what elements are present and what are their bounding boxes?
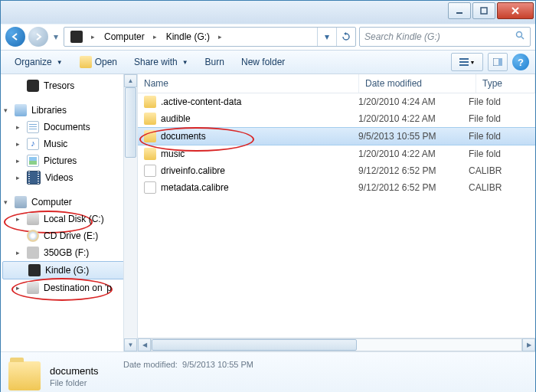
disk-icon	[27, 213, 39, 225]
chevron-right-icon[interactable]: ▸	[215, 33, 225, 41]
close-button[interactable]	[497, 2, 534, 19]
burn-button[interactable]: Burn	[198, 53, 232, 71]
videos-icon	[27, 171, 41, 185]
expand-icon[interactable]: ▸	[16, 157, 20, 165]
chevron-right-icon[interactable]: ▸	[88, 33, 98, 41]
chevron-right-icon[interactable]: ▸	[150, 33, 160, 41]
explorer-window: ▾ ▸ Computer ▸ Kindle (G:) ▸ ▾ Search Ki…	[0, 0, 536, 392]
folder-icon	[80, 56, 92, 68]
scroll-left-icon[interactable]: ◀	[138, 338, 151, 351]
file-type: File fold	[469, 149, 535, 159]
back-button[interactable]	[5, 27, 25, 47]
file-date: 1/20/2010 4:22 AM	[358, 149, 469, 159]
file-row[interactable]: driveinfo.calibre9/12/2012 6:52 PMCALIBR	[138, 162, 535, 179]
column-headers: Name Date modified Type	[138, 74, 535, 93]
pictures-icon	[27, 155, 39, 167]
drive-icon	[27, 247, 39, 259]
scroll-right-icon[interactable]: ▶	[522, 338, 535, 351]
nav-music[interactable]: ▸♪Music	[1, 136, 137, 152]
expand-icon[interactable]: ▸	[16, 140, 20, 148]
nav-local-disk[interactable]: ▸Local Disk (C:)	[1, 211, 137, 227]
horizontal-scrollbar[interactable]: ◀ ▶	[138, 338, 535, 351]
folder-icon	[144, 130, 156, 142]
file-name: metadata.calibre	[161, 182, 229, 193]
preview-pane-button[interactable]	[488, 53, 508, 71]
details-date: Date modified: 9/5/2013 10:55 PM	[123, 360, 253, 369]
nav-scrollbar[interactable]: ▲ ▼	[123, 74, 137, 351]
file-icon	[144, 165, 156, 177]
file-row[interactable]: documents9/5/2013 10:55 PMFile fold	[138, 127, 535, 145]
nav-computer[interactable]: ▾Computer	[1, 194, 137, 211]
dropdown-icon[interactable]: ▾	[317, 28, 336, 46]
file-list-pane: Name Date modified Type .active-content-…	[138, 74, 535, 351]
nav-350gb[interactable]: ▸350GB (F:)	[1, 244, 137, 261]
scroll-thumb[interactable]	[152, 339, 357, 351]
file-row[interactable]: audible1/20/2010 4:22 AMFile fold	[138, 110, 535, 127]
network-icon	[27, 282, 39, 294]
address-bar[interactable]: ▸ Computer ▸ Kindle (G:) ▸ ▾	[64, 27, 356, 47]
expand-icon[interactable]: ▸	[16, 215, 20, 223]
expand-icon[interactable]: ▸	[16, 284, 20, 292]
file-icon	[144, 181, 156, 194]
share-button[interactable]: Share with▼	[126, 53, 196, 71]
file-date: 9/12/2012 6:52 PM	[358, 182, 469, 193]
details-type: File folder	[50, 378, 99, 387]
forward-button[interactable]	[28, 27, 48, 47]
nav-cd-drive[interactable]: CD Drive (E:)	[1, 227, 137, 244]
nav-destination[interactable]: ▸Destination on 'p	[1, 279, 137, 296]
column-date[interactable]: Date modified	[359, 74, 476, 93]
file-type: CALIBR	[469, 165, 535, 176]
file-name: .active-content-data	[161, 96, 241, 107]
computer-icon	[15, 196, 27, 208]
file-type: File fold	[469, 113, 535, 124]
nav-libraries[interactable]: ▾Libraries	[1, 102, 137, 119]
file-row[interactable]: .active-content-data1/20/2010 4:24 AMFil…	[138, 93, 535, 110]
expand-icon[interactable]: ▸	[16, 174, 20, 181]
search-input[interactable]: Search Kindle (G:)	[359, 27, 531, 47]
refresh-icon[interactable]	[336, 28, 355, 46]
file-rows: .active-content-data1/20/2010 4:24 AMFil…	[138, 93, 535, 338]
maximize-button[interactable]	[472, 2, 495, 19]
svg-rect-1	[481, 8, 487, 14]
organize-button[interactable]: Organize▼	[7, 53, 70, 71]
nav-kindle[interactable]: Kindle (G:)	[2, 261, 136, 279]
svg-rect-5	[459, 61, 469, 63]
expand-icon[interactable]: ▸	[16, 123, 20, 131]
expand-icon[interactable]: ▸	[16, 249, 20, 256]
scroll-thumb[interactable]	[125, 87, 136, 158]
svg-rect-4	[459, 58, 469, 60]
file-row[interactable]: metadata.calibre9/12/2012 6:52 PMCALIBR	[138, 179, 535, 196]
nav-pictures[interactable]: ▸Pictures	[1, 152, 137, 169]
new-folder-button[interactable]: New folder	[234, 53, 293, 71]
history-dropdown[interactable]: ▾	[51, 31, 60, 42]
cd-icon	[27, 230, 39, 242]
nav-videos[interactable]: ▸Videos	[1, 169, 137, 186]
collapse-icon[interactable]: ▾	[4, 106, 8, 114]
help-button[interactable]: ?	[512, 54, 529, 70]
file-date: 1/20/2010 4:24 AM	[358, 96, 469, 107]
drive-icon	[70, 31, 83, 43]
scroll-up-icon[interactable]: ▲	[124, 74, 137, 87]
file-date: 9/12/2012 6:52 PM	[358, 165, 469, 176]
scroll-down-icon[interactable]: ▼	[124, 338, 137, 351]
svg-rect-8	[498, 58, 502, 66]
list-icon	[459, 58, 469, 66]
details-pane: documents File folder Date modified: 9/5…	[1, 351, 535, 392]
command-bar: Organize▼ Open Share with▼ Burn New fold…	[1, 50, 535, 74]
file-date: 9/5/2013 10:55 PM	[358, 131, 469, 142]
view-options-button[interactable]: ▼	[451, 53, 483, 71]
folder-icon	[144, 96, 156, 108]
collapse-icon[interactable]: ▾	[4, 198, 8, 206]
open-button[interactable]: Open	[72, 53, 125, 71]
breadcrumb-computer[interactable]: Computer	[98, 28, 150, 46]
file-type: File fold	[469, 131, 535, 142]
column-name[interactable]: Name	[138, 74, 359, 93]
nav-tresors[interactable]: Tresors	[1, 77, 137, 94]
breadcrumb-kindle[interactable]: Kindle (G:)	[160, 28, 215, 46]
nav-documents[interactable]: ▸Documents	[1, 119, 137, 136]
minimize-button[interactable]	[448, 2, 471, 19]
file-row[interactable]: music1/20/2010 4:22 AMFile fold	[138, 145, 535, 162]
column-type[interactable]: Type	[476, 74, 535, 93]
svg-line-3	[521, 37, 524, 39]
svg-rect-0	[456, 12, 462, 14]
